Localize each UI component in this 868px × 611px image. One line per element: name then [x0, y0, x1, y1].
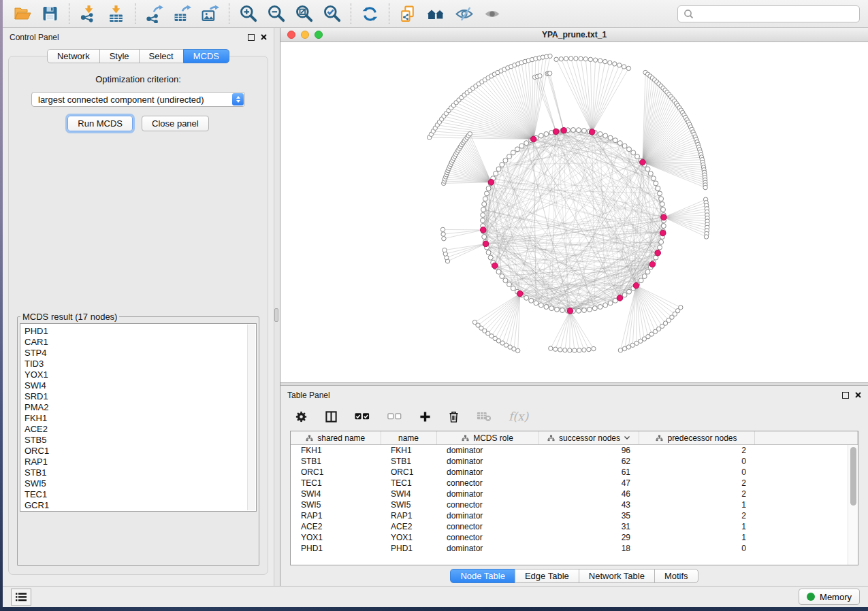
- zoom-out-button[interactable]: [262, 2, 290, 25]
- column-header-predecessor-nodes[interactable]: predecessor nodes: [639, 431, 754, 445]
- toolbar-separator: [351, 3, 351, 24]
- show-panels-button[interactable]: [11, 589, 31, 606]
- table-row[interactable]: PHD1PHD1dominator180: [291, 543, 858, 554]
- tab-style[interactable]: Style: [99, 49, 140, 63]
- minimize-window-icon[interactable]: [301, 31, 309, 39]
- show-all-button[interactable]: [478, 2, 506, 25]
- delete-table-button[interactable]: [477, 411, 492, 422]
- table-scrollbar[interactable]: [848, 445, 858, 565]
- float-table-panel-icon[interactable]: [842, 392, 849, 399]
- criterion-select[interactable]: largest connected component (undirected): [31, 92, 245, 107]
- splitter-grip[interactable]: [274, 308, 278, 322]
- open-session-button[interactable]: [8, 2, 36, 25]
- refresh-button[interactable]: [356, 2, 384, 25]
- zoom-in-button[interactable]: [234, 2, 262, 25]
- close-panel-button[interactable]: Close panel: [142, 116, 209, 131]
- tab-edge-table[interactable]: Edge Table: [515, 569, 579, 583]
- shared-column-icon: [462, 435, 469, 442]
- eye-icon: [483, 5, 502, 23]
- close-table-panel-icon[interactable]: [855, 392, 861, 398]
- search-input[interactable]: [698, 8, 854, 20]
- shared-column-icon: [656, 435, 663, 442]
- control-panel-header: Control Panel: [3, 28, 274, 44]
- control-panel: Control Panel NetworkStyleSelectMCDS Opt…: [3, 28, 274, 586]
- result-node[interactable]: TID3: [25, 359, 256, 369]
- function-builder-button[interactable]: f(x): [509, 410, 528, 423]
- result-node[interactable]: TEC1: [25, 489, 256, 500]
- show-column-button[interactable]: [325, 410, 338, 423]
- close-window-icon[interactable]: [287, 31, 295, 39]
- result-node[interactable]: YOX1: [25, 369, 256, 380]
- export-image-icon: [201, 5, 220, 23]
- maximize-window-icon[interactable]: [315, 31, 323, 39]
- network-window-titlebar[interactable]: YPA_prune.txt_1: [280, 28, 868, 42]
- result-node[interactable]: RAP1: [25, 457, 256, 467]
- result-node[interactable]: SWI4: [25, 380, 256, 391]
- main-toolbar: [3, 0, 868, 28]
- copy-style-icon: [399, 5, 417, 23]
- result-node[interactable]: PMA2: [25, 402, 256, 413]
- delete-column-button[interactable]: [448, 410, 460, 423]
- tab-mcds[interactable]: MCDS: [183, 49, 229, 63]
- import-network-button[interactable]: [74, 2, 102, 25]
- column-header-name[interactable]: name: [381, 431, 436, 445]
- result-node[interactable]: PHD1: [25, 326, 256, 337]
- deselect-all-button[interactable]: [387, 412, 402, 420]
- mcds-tab-content: Optimization criterion: largest connecte…: [8, 56, 268, 575]
- table-settings-button[interactable]: [295, 410, 308, 423]
- memory-button[interactable]: Memory: [799, 589, 860, 605]
- toolbar-separator: [229, 3, 229, 24]
- tab-motifs[interactable]: Motifs: [654, 569, 698, 583]
- run-mcds-button[interactable]: Run MCDS: [67, 116, 133, 131]
- zoom-selected-button[interactable]: [318, 2, 346, 25]
- table-row[interactable]: YOX1YOX1connector291: [291, 532, 858, 543]
- result-node[interactable]: SRD1: [25, 391, 256, 402]
- table-row[interactable]: STB1STB1dominator620: [291, 456, 858, 467]
- result-node[interactable]: STB5: [25, 435, 256, 446]
- vertical-splitter[interactable]: [274, 28, 280, 586]
- table-row[interactable]: ACE2ACE2connector311: [291, 521, 858, 532]
- tab-network-table[interactable]: Network Table: [579, 569, 655, 583]
- toolbar-separator: [389, 3, 389, 24]
- result-list-scrollbar[interactable]: [247, 325, 255, 510]
- network-canvas[interactable]: [280, 42, 868, 382]
- zoom-fit-button[interactable]: [290, 2, 318, 25]
- tab-select[interactable]: Select: [139, 49, 184, 63]
- import-table-button[interactable]: [102, 2, 130, 25]
- table-row[interactable]: SWI4SWI4dominator462: [291, 489, 858, 499]
- export-table-button[interactable]: [168, 2, 196, 25]
- float-panel-icon[interactable]: [248, 34, 255, 41]
- add-column-button[interactable]: [419, 411, 431, 423]
- hide-selected-button[interactable]: [450, 2, 478, 25]
- result-node[interactable]: STP4: [25, 348, 256, 359]
- mcds-result-list: PHD1CAR1STP4TID3YOX1SWI4SRD1PMA2FKH1ACE2…: [20, 323, 257, 512]
- table-panel: Table Panel f(x): [280, 386, 868, 586]
- select-all-button[interactable]: [355, 412, 370, 420]
- table-row[interactable]: TEC1TEC1connector472: [291, 478, 858, 489]
- table-row[interactable]: SWI5SWI5connector431: [291, 499, 858, 510]
- result-node[interactable]: GCR1: [25, 500, 256, 511]
- result-node[interactable]: ORC1: [25, 446, 256, 457]
- column-header-mcds-role[interactable]: MCDS role: [436, 431, 539, 445]
- table-scrollbar-thumb[interactable]: [850, 447, 856, 506]
- first-neighbors-icon-button[interactable]: [422, 2, 450, 25]
- export-image-button[interactable]: [196, 2, 224, 25]
- fx-icon: f(x): [509, 410, 528, 423]
- result-node[interactable]: SWI5: [25, 478, 256, 489]
- column-header-successor-nodes[interactable]: successor nodes: [539, 431, 639, 445]
- result-node[interactable]: STB1: [25, 467, 256, 478]
- table-row[interactable]: FKH1FKH1dominator962: [291, 445, 858, 457]
- table-row[interactable]: RAP1RAP1dominator352: [291, 510, 858, 521]
- save-session-button[interactable]: [36, 2, 64, 25]
- table-toolbar: f(x): [280, 402, 868, 431]
- copy-style-button[interactable]: [394, 2, 422, 25]
- tab-network[interactable]: Network: [47, 49, 100, 63]
- result-node[interactable]: ACE2: [25, 424, 256, 435]
- export-network-button[interactable]: [140, 2, 168, 25]
- tab-node-table[interactable]: Node Table: [450, 569, 515, 583]
- column-header-shared-name[interactable]: shared name: [291, 431, 381, 445]
- result-node[interactable]: CAR1: [25, 337, 256, 348]
- table-row[interactable]: ORC1ORC1dominator610: [291, 467, 858, 478]
- close-panel-icon[interactable]: [261, 34, 267, 40]
- result-node[interactable]: FKH1: [25, 413, 256, 424]
